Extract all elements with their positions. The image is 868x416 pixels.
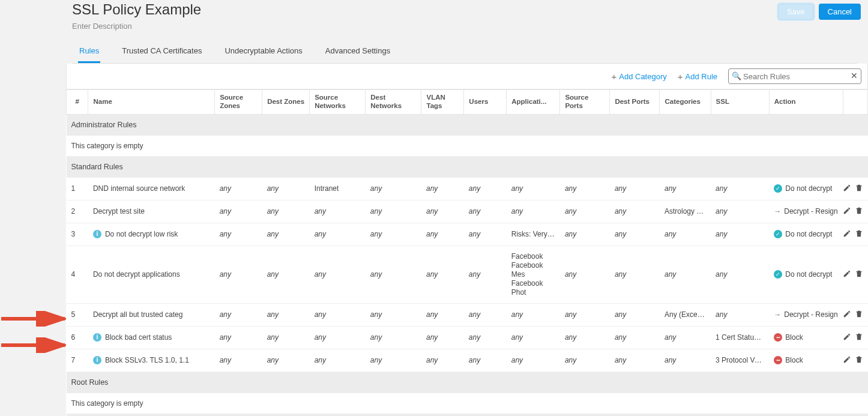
rule-row[interactable]: 4 Do not decrypt applications anyany any…	[67, 246, 868, 303]
rule-name: Do not decrypt low risk	[105, 230, 178, 238]
add-rule-link[interactable]: + Add Rule	[678, 71, 717, 82]
delete-icon[interactable]	[855, 270, 863, 280]
col-row-actions	[843, 90, 868, 115]
cancel-button[interactable]: Cancel	[819, 4, 861, 20]
clear-search-icon[interactable]: ✕	[851, 71, 858, 80]
cell-src-zones: any	[215, 177, 262, 200]
col-src-ports[interactable]: Source Ports	[560, 90, 610, 115]
delete-icon[interactable]	[855, 355, 863, 366]
delete-icon[interactable]	[855, 229, 863, 240]
page-title: SSL Policy Example	[72, 0, 857, 18]
edit-icon[interactable]	[843, 229, 851, 240]
tab-undecryptable[interactable]: Undecryptable Actions	[223, 41, 303, 63]
edit-icon[interactable]	[843, 355, 851, 366]
rule-row[interactable]: 2 Decrypt test site anyany anyany anyany…	[67, 200, 868, 223]
col-num: #	[67, 90, 88, 115]
col-src-nets[interactable]: Source Networks	[310, 90, 366, 115]
edit-icon[interactable]	[843, 206, 851, 217]
action-label: Block	[785, 356, 803, 364]
rule-num: 1	[67, 177, 88, 200]
cell-src-nets: Intranet	[310, 177, 366, 200]
policy-header: SSL Policy Example Enter Description Sav…	[66, 0, 868, 64]
cell-dest-nets: any	[366, 177, 421, 200]
action-label: Do not decrypt	[785, 184, 832, 193]
save-button[interactable]: Save	[778, 4, 814, 20]
col-name[interactable]: Name	[88, 90, 215, 115]
col-src-zones[interactable]: Source Zones	[215, 90, 262, 115]
action-label: Block	[785, 333, 803, 342]
action-label: Do not decrypt	[785, 270, 832, 279]
rule-name: Do not decrypt applications	[93, 270, 180, 279]
add-rule-label: Add Rule	[686, 72, 717, 81]
tab-advanced[interactable]: Advanced Settings	[324, 41, 391, 63]
arrow-right-icon: →	[774, 207, 781, 216]
check-icon: ✓	[774, 230, 782, 238]
section-root-empty: This category is empty	[67, 393, 868, 414]
rule-num: 7	[67, 349, 88, 372]
block-icon: −	[774, 356, 782, 364]
rule-name: Block bad cert status	[105, 333, 172, 342]
rule-row[interactable]: 3 iDo not decrypt low risk anyany anyany…	[67, 223, 868, 246]
rule-row[interactable]: 1 DND internal source network any any In…	[67, 177, 868, 200]
delete-icon[interactable]	[855, 206, 863, 217]
rule-row[interactable]: 5 Decrypt all but trusted categ anyany a…	[67, 303, 868, 326]
cell-ssl: 1 Cert Status se	[711, 326, 769, 349]
plus-icon: +	[678, 71, 683, 82]
delete-icon[interactable]	[855, 310, 863, 320]
rule-row[interactable]: 6 iBlock bad cert status anyany anyany a…	[67, 326, 868, 349]
edit-icon[interactable]	[843, 184, 851, 194]
default-action-row: Default Action Do not decrypt	[67, 414, 868, 416]
col-users[interactable]: Users	[464, 90, 507, 115]
info-icon: i	[93, 356, 101, 364]
cell-apps: Facebook Facebook Mes Facebook Phot	[507, 246, 560, 303]
check-icon: ✓	[774, 184, 782, 193]
col-cats[interactable]: Categories	[660, 90, 711, 115]
section-standard: Standard Rules	[67, 156, 868, 177]
rule-num: 6	[67, 326, 88, 349]
default-action-label: Default Action	[67, 414, 711, 416]
cell-dest-ports: any	[610, 177, 660, 200]
cell-apps: Risks: Very Low	[507, 223, 560, 246]
search-wrap: 🔍 ✕	[728, 68, 861, 84]
cell-cats: Any (Except Ur	[660, 303, 711, 326]
cell-ssl: any	[711, 177, 769, 200]
cell-cats: Astrology (Any	[660, 200, 711, 223]
action-label: Do not decrypt	[785, 230, 832, 238]
cell-vlan: any	[421, 177, 464, 200]
plus-icon: +	[611, 71, 616, 82]
annotation-arrow-2	[0, 337, 71, 353]
edit-icon[interactable]	[843, 310, 851, 320]
edit-icon[interactable]	[843, 333, 851, 343]
cell-cats: any	[660, 177, 711, 200]
cell-apps: any	[507, 177, 560, 200]
section-root: Root Rules	[67, 372, 868, 393]
section-admin: Administrator Rules	[67, 114, 868, 135]
delete-icon[interactable]	[855, 184, 863, 194]
info-icon: i	[93, 230, 101, 238]
page-description[interactable]: Enter Description	[72, 22, 857, 31]
cell-ssl: 3 Protocol Versi	[711, 349, 769, 372]
add-category-link[interactable]: + Add Category	[611, 71, 666, 82]
col-apps[interactable]: Applicati...	[507, 90, 560, 115]
col-dest-nets[interactable]: Dest Networks	[366, 90, 421, 115]
tab-rules[interactable]: Rules	[78, 41, 100, 63]
col-dest-zones[interactable]: Dest Zones	[262, 90, 310, 115]
action-label: Decrypt - Resign	[784, 207, 837, 216]
col-action[interactable]: Action	[769, 90, 843, 115]
tabs-bar: Rules Trusted CA Certificates Undecrypta…	[72, 41, 857, 64]
cell-users: any	[464, 177, 507, 200]
col-ssl[interactable]: SSL	[711, 90, 769, 115]
tab-trusted-ca[interactable]: Trusted CA Certificates	[121, 41, 203, 63]
search-input[interactable]	[728, 68, 861, 84]
info-icon: i	[93, 333, 101, 342]
rules-toolbar: + Add Category + Add Rule 🔍 ✕	[66, 64, 868, 89]
rule-num: 5	[67, 303, 88, 326]
search-icon: 🔍	[732, 71, 741, 80]
rule-name: Decrypt test site	[93, 207, 145, 216]
rule-row[interactable]: 7 iBlock SSLv3. TLS 1.0, 1.1 anyany anya…	[67, 349, 868, 372]
action-label: Decrypt - Resign	[784, 310, 837, 319]
edit-icon[interactable]	[843, 270, 851, 280]
col-dest-ports[interactable]: Dest Ports	[610, 90, 660, 115]
delete-icon[interactable]	[855, 333, 863, 343]
col-vlan[interactable]: VLAN Tags	[421, 90, 464, 115]
